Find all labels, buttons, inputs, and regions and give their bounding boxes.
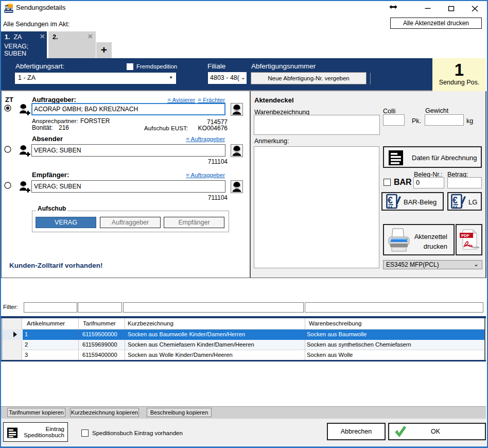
svg-text:Adobe: Adobe [472,246,479,249]
svg-text:€: € [388,195,393,205]
svg-text:PDF: PDF [461,233,469,238]
svg-text:€: € [452,195,458,205]
